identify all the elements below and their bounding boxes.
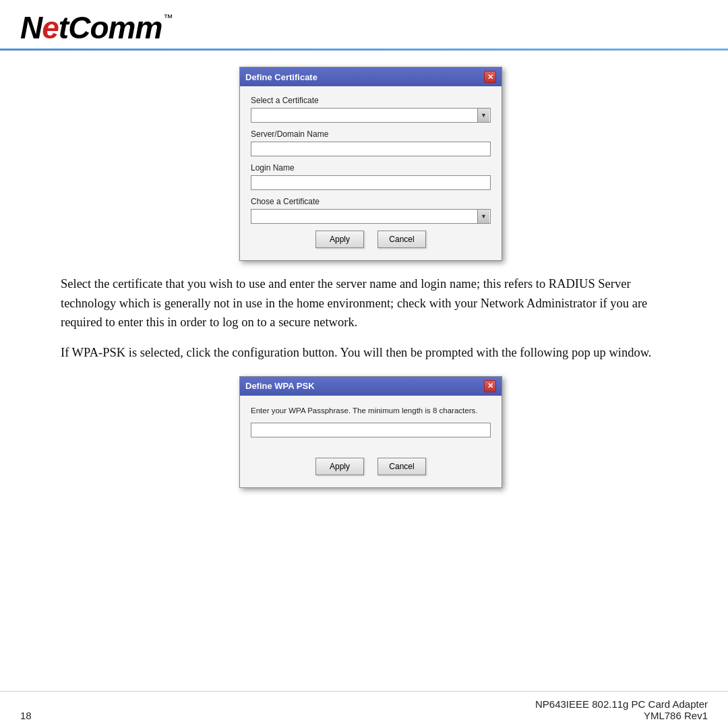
footer: 18 NP643IEEE 802.11g PC Card Adapter YML… xyxy=(0,691,728,728)
footer-product-line2: YML786 Rev1 xyxy=(535,710,708,721)
dialog-buttons-wpa: Apply Cancel xyxy=(251,458,491,478)
apply-button-wpa[interactable]: Apply xyxy=(315,458,364,475)
define-wpa-dialog: Define WPA PSK ✕ Enter your WPA Passphra… xyxy=(239,376,502,488)
logo-text: NetComm xyxy=(20,12,162,43)
dialog-buttons-certificate: Apply Cancel xyxy=(251,231,491,251)
label-chose-certificate: Chose a Certificate xyxy=(251,197,491,206)
chose-certificate-wrapper: ▼ xyxy=(251,209,491,224)
wpa-passphrase-label: Enter your WPA Passphrase. The minimum l… xyxy=(251,405,491,416)
apply-button-certificate[interactable]: Apply xyxy=(315,231,364,248)
select-certificate-wrapper: ▼ xyxy=(251,108,491,123)
paragraph-radius: Select the certificate that you wish to … xyxy=(61,274,681,332)
define-certificate-dialog-wrapper: Define Certificate ✕ Select a Certificat… xyxy=(61,67,681,261)
footer-page-number: 18 xyxy=(20,710,32,721)
footer-product-line1: NP643IEEE 802.11g PC Card Adapter xyxy=(535,698,708,710)
dialog-titlebar-wpa: Define WPA PSK ✕ xyxy=(240,377,502,396)
dialog-body-wpa: Enter your WPA Passphrase. The minimum l… xyxy=(240,396,502,487)
logo-trademark: ™ xyxy=(163,12,173,23)
define-certificate-dialog: Define Certificate ✕ Select a Certificat… xyxy=(239,67,502,261)
footer-product-info: NP643IEEE 802.11g PC Card Adapter YML786… xyxy=(535,698,708,721)
main-content: Define Certificate ✕ Select a Certificat… xyxy=(0,51,728,504)
label-server-domain: Server/Domain Name xyxy=(251,129,491,139)
input-server-domain[interactable] xyxy=(251,142,491,156)
select-certificate-dropdown[interactable] xyxy=(251,108,491,123)
logo: NetComm ™ xyxy=(20,12,173,43)
cancel-button-certificate[interactable]: Cancel xyxy=(377,231,426,248)
dialog-title-certificate: Define Certificate xyxy=(245,72,317,82)
dialog-close-button-certificate[interactable]: ✕ xyxy=(484,71,496,83)
cancel-button-wpa[interactable]: Cancel xyxy=(377,458,426,475)
chose-certificate-dropdown[interactable] xyxy=(251,209,491,224)
label-select-certificate: Select a Certificate xyxy=(251,96,491,105)
paragraph-wpa-psk: If WPA-PSK is selected, click the config… xyxy=(61,343,681,363)
header: NetComm ™ xyxy=(0,0,728,43)
dialog-titlebar-certificate: Define Certificate ✕ xyxy=(240,67,502,86)
dialog-body-certificate: Select a Certificate ▼ Server/Domain Nam… xyxy=(240,86,502,260)
define-wpa-dialog-wrapper: Define WPA PSK ✕ Enter your WPA Passphra… xyxy=(61,376,681,488)
label-login-name: Login Name xyxy=(251,163,491,173)
dialog-title-wpa: Define WPA PSK xyxy=(245,381,315,391)
input-wpa-passphrase[interactable] xyxy=(251,423,491,437)
input-login-name[interactable] xyxy=(251,175,491,190)
dialog-close-button-wpa[interactable]: ✕ xyxy=(484,380,496,392)
